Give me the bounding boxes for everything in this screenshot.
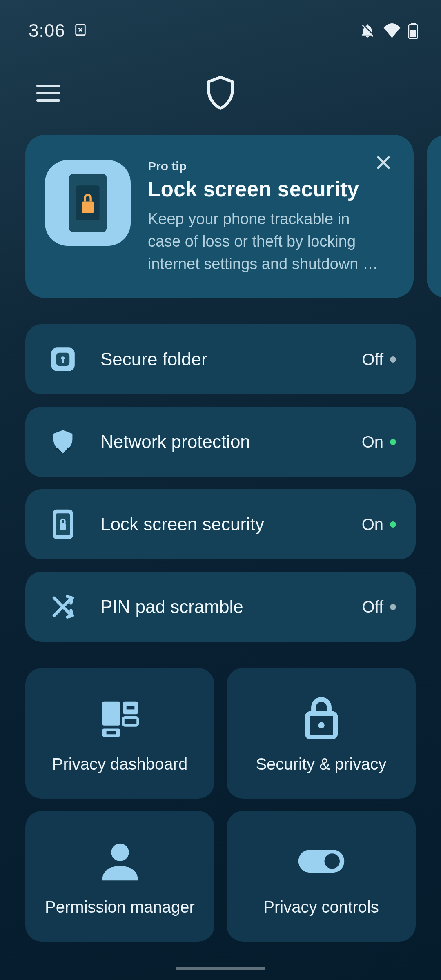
notifications-off-icon — [359, 22, 376, 39]
battery-icon — [408, 22, 418, 39]
menu-button[interactable] — [36, 83, 60, 105]
svg-point-26 — [318, 722, 324, 728]
grid-label: Permission manager — [45, 898, 195, 916]
quick-links-grid: Privacy dashboard Security & privacy Per… — [25, 668, 416, 942]
status-right — [359, 22, 418, 39]
status-dot-icon — [390, 356, 396, 363]
svg-rect-18 — [60, 523, 66, 530]
close-button[interactable] — [374, 154, 392, 173]
tip-card-next[interactable] — [427, 135, 441, 298]
setting-status: On — [362, 515, 383, 534]
toggle-on-icon — [297, 837, 346, 886]
svg-rect-15 — [62, 359, 64, 363]
status-bar: 3:06 — [0, 0, 441, 53]
phone-lock-icon — [45, 508, 81, 541]
status-left: 3:06 — [29, 20, 87, 41]
app-header — [0, 53, 441, 135]
svg-rect-19 — [102, 702, 120, 726]
setting-lock-screen-security[interactable]: Lock screen security On — [25, 489, 416, 559]
secure-folder-icon — [45, 345, 81, 374]
setting-pin-pad-scramble[interactable]: PIN pad scramble Off — [25, 572, 416, 642]
dashboard-icon — [98, 694, 143, 743]
close-square-icon — [74, 23, 87, 38]
shield-wifi-icon — [45, 427, 81, 457]
svg-rect-9 — [82, 201, 94, 213]
card-privacy-controls[interactable]: Privacy controls — [227, 811, 416, 942]
shuffle-icon — [45, 592, 81, 621]
setting-label: Network protection — [100, 432, 362, 452]
grid-label: Security & privacy — [256, 755, 386, 773]
grid-label: Privacy controls — [263, 898, 379, 916]
status-time: 3:06 — [29, 20, 65, 41]
tip-eyebrow: Pro tip — [148, 159, 384, 173]
setting-status: Off — [362, 350, 383, 369]
card-privacy-dashboard[interactable]: Privacy dashboard — [25, 668, 214, 799]
setting-secure-folder[interactable]: Secure folder Off — [25, 324, 416, 394]
setting-label: Secure folder — [100, 349, 362, 370]
tip-card[interactable]: Pro tip Lock screen security Keep your p… — [25, 135, 414, 298]
status-dot-icon — [390, 604, 396, 610]
svg-rect-24 — [106, 731, 116, 734]
tip-illustration — [45, 160, 131, 246]
setting-network-protection[interactable]: Network protection On — [25, 407, 416, 477]
tip-title: Lock screen security — [148, 177, 384, 201]
svg-rect-22 — [123, 717, 137, 726]
status-dot-icon — [390, 521, 396, 528]
setting-label: Lock screen security — [100, 514, 362, 535]
svg-point-27 — [111, 844, 129, 861]
svg-rect-2 — [411, 23, 416, 24]
svg-point-29 — [324, 853, 340, 869]
card-security-privacy[interactable]: Security & privacy — [227, 668, 416, 799]
wifi-icon — [383, 23, 401, 38]
tip-carousel[interactable]: Pro tip Lock screen security Keep your p… — [25, 135, 416, 298]
grid-label: Privacy dashboard — [52, 755, 187, 773]
svg-rect-21 — [126, 706, 134, 709]
tip-body: Keep your phone trackable in case of los… — [148, 208, 384, 275]
setting-label: PIN pad scramble — [100, 597, 362, 617]
setting-status: On — [362, 433, 383, 451]
card-permission-manager[interactable]: Permission manager — [25, 811, 214, 942]
home-indicator[interactable] — [176, 967, 265, 970]
lock-icon — [303, 694, 340, 743]
svg-rect-3 — [410, 30, 416, 37]
person-icon — [98, 837, 143, 886]
setting-status: Off — [362, 598, 383, 616]
shield-icon — [205, 74, 236, 114]
status-dot-icon — [390, 439, 396, 445]
